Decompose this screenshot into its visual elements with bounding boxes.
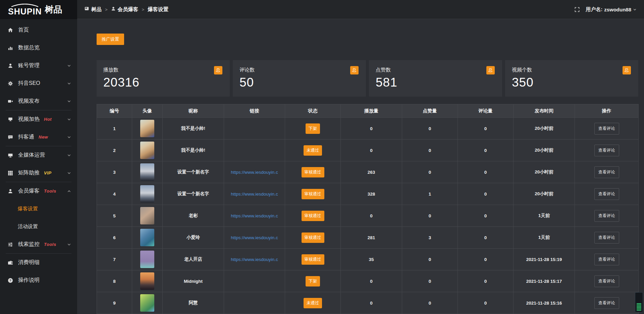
sidebar-item-label: 抖客通 (18, 134, 34, 141)
sidebar-item-label: 会员爆客 (18, 188, 40, 195)
video-link[interactable]: https://www.iesdouyin.c (224, 170, 285, 175)
sidebar-item-视频发布[interactable]: 视频发布 (0, 92, 77, 110)
cell-comments: 0 (458, 140, 514, 161)
cell-id: 4 (97, 183, 132, 205)
cell-likes: 1 (402, 183, 458, 205)
video-link[interactable]: https://www.iesdouyin.c (224, 257, 285, 262)
sidebar-subitem-爆客设置[interactable]: 爆客设置 (0, 200, 77, 218)
video-link[interactable]: https://www.iesdouyin.c (224, 235, 285, 240)
promo-settings-button[interactable]: 推广设置 (97, 34, 124, 45)
cell-avatar (132, 292, 163, 314)
sliders-icon (8, 242, 13, 247)
sidebar-item-消费明细[interactable]: 消费明细 (0, 254, 77, 271)
cell-link: https://www.iesdouyin.c (224, 183, 285, 205)
cell-comments: 0 (458, 183, 514, 205)
video-link[interactable]: https://www.iesdouyin.c (224, 192, 285, 197)
cell-link (224, 270, 285, 292)
cell-action: 查看评论 (575, 205, 639, 227)
stat-card-value: 581 (376, 75, 495, 90)
cell-time: 20小时前 (514, 161, 575, 183)
scroll-widget[interactable] (635, 292, 643, 312)
sidebar-item-badge: Tools (44, 242, 56, 247)
cell-nickname: 我不是小帅! (163, 118, 224, 140)
user-dropdown[interactable]: 用户名: zswodun88 (586, 6, 637, 13)
cell-time: 2021-11-28 15:19 (514, 249, 575, 270)
breadcrumb-separator: > (105, 7, 108, 12)
view-comments-button[interactable]: 查看评论 (594, 275, 619, 287)
chevron-down-icon (67, 117, 71, 121)
sidebar-item-抖音SEO[interactable]: 抖音SEO (0, 74, 77, 92)
view-comments-button[interactable]: 查看评论 (594, 210, 619, 222)
view-comments-button[interactable]: 查看评论 (594, 123, 619, 135)
fullscreen-icon[interactable] (575, 7, 580, 12)
stat-cards: 播放数20316总评论数50总点赞数581总视频个数350总 (97, 60, 638, 97)
sidebar-item-label: 视频发布 (18, 98, 40, 105)
cell-likes: 0 (402, 118, 458, 140)
cell-avatar (132, 249, 163, 270)
cell-status: 审核通过 (285, 183, 341, 205)
cell-action: 查看评论 (575, 140, 639, 161)
cell-plays: 0 (341, 292, 402, 314)
cell-time: 2021-11-28 15:16 (514, 292, 575, 314)
cell-avatar (132, 270, 163, 292)
stat-card-value: 50 (239, 75, 359, 90)
cell-comments: 0 (458, 161, 514, 183)
cell-status: 审核通过 (285, 161, 341, 183)
home-icon (8, 27, 13, 33)
sidebar-subitem-活动设置[interactable]: 活动设置 (0, 218, 77, 235)
avatar (140, 207, 154, 224)
breadcrumb-item-会员爆客[interactable]: 会员爆客 (111, 6, 139, 13)
cell-time: 2021-11-28 15:17 (514, 270, 575, 292)
sidebar-item-label: 全媒体运营 (18, 152, 45, 159)
avatar (140, 120, 154, 137)
sidebar-item-矩阵助推[interactable]: 矩阵助推VIP (0, 164, 77, 182)
sidebar-item-label: 消费明细 (18, 259, 40, 266)
view-comments-button[interactable]: 查看评论 (594, 254, 619, 265)
cell-plays: 328 (341, 183, 402, 205)
cell-likes: 0 (402, 140, 458, 161)
view-comments-button[interactable]: 查看评论 (594, 145, 619, 156)
stat-card-label: 播放数 (103, 67, 223, 73)
sidebar-item-线索监控[interactable]: 线索监控Tools (0, 235, 77, 253)
video-link[interactable]: https://www.iesdouyin.c (224, 213, 285, 218)
sidebar-item-账号管理[interactable]: 账号管理 (0, 57, 77, 74)
breadcrumb-label: 会员爆客 (118, 6, 139, 13)
table-header-row: 编号头像昵称链接状态播放量点赞量评论量发布时间操作 (97, 104, 639, 118)
view-comments-button[interactable]: 查看评论 (594, 166, 619, 178)
sidebar-item-视频加热[interactable]: 视频加热Hot (0, 110, 77, 128)
cell-id: 8 (97, 270, 132, 292)
view-comments-button[interactable]: 查看评论 (594, 188, 619, 200)
sidebar-item-label: 矩阵助推 (18, 169, 40, 176)
sidebar-item-label: 抖音SEO (18, 80, 40, 87)
view-comments-button[interactable]: 查看评论 (594, 232, 619, 244)
logo-en: SHUPIN (8, 4, 42, 16)
cell-plays: 281 (341, 227, 402, 249)
sidebar-item-全媒体运营[interactable]: 全媒体运营 (0, 146, 77, 164)
cell-link: https://www.iesdouyin.c (224, 161, 285, 183)
view-comments-button[interactable]: 查看评论 (594, 297, 619, 309)
app-logo[interactable]: SHUPIN 树品 (0, 0, 77, 19)
cell-link (224, 118, 285, 140)
sidebar-item-数据总览[interactable]: 数据总览 (0, 39, 77, 57)
logo-arc-icon (10, 4, 40, 7)
cell-plays: 0 (341, 140, 402, 161)
table-row: 4设置一个新名字https://www.iesdouyin.c审核通过32810… (97, 183, 639, 205)
logo-text-en: SHUPIN (8, 7, 42, 16)
cell-time: 20小时前 (514, 118, 575, 140)
sidebar-item-首页[interactable]: 首页 (0, 21, 77, 39)
cell-plays: 35 (341, 249, 402, 270)
cell-avatar (132, 140, 163, 161)
chevron-down-icon (67, 135, 71, 139)
sidebar-item-抖客通[interactable]: 抖客通New (0, 128, 77, 146)
breadcrumb-item-树品[interactable]: 树品 (85, 6, 102, 13)
sidebar-item-操作说明[interactable]: ?操作说明 (0, 271, 77, 289)
cell-link (224, 140, 285, 161)
sidebar: SHUPIN 树品 首页数据总览账号管理抖音SEO视频发布视频加热Hot抖客通N… (0, 0, 77, 314)
breadcrumb-item-爆客设置[interactable]: 爆客设置 (148, 6, 168, 13)
scroll-widget-stripes (637, 303, 641, 311)
sidebar-item-会员爆客[interactable]: 会员爆客Tools (0, 182, 77, 200)
cell-comments: 0 (458, 205, 514, 227)
heat-icon (8, 116, 13, 122)
gear-icon (8, 81, 13, 86)
sidebar-item-badge: Tools (44, 189, 56, 194)
